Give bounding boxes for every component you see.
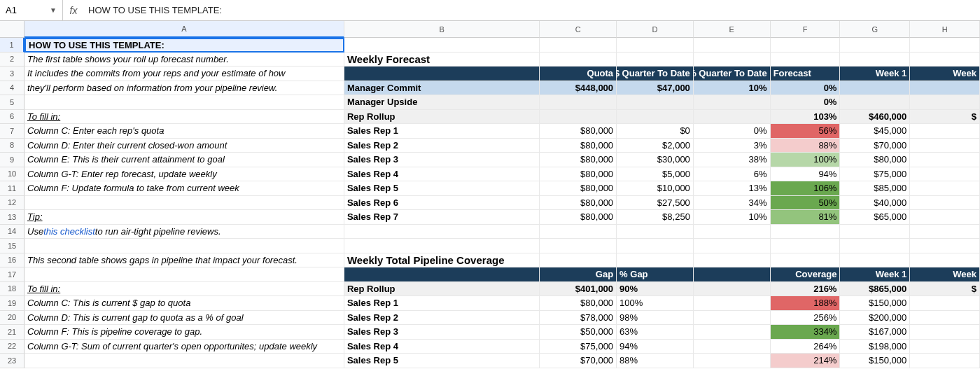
cell[interactable]: $80,000 [540,153,617,167]
cell[interactable] [694,53,771,67]
cell[interactable] [540,225,617,239]
row-header[interactable]: 17 [0,267,24,282]
cell[interactable]: Sales Rep 2 [344,139,540,153]
cell[interactable]: $80,000 [540,296,617,311]
cell[interactable]: $45,000 [840,124,910,139]
cell[interactable]: Column D: This is current gap to quota a… [24,311,344,326]
cell[interactable]: they'll perform based on information fro… [24,81,344,96]
cell[interactable] [840,53,910,67]
cell[interactable]: 264% [771,340,841,354]
cell[interactable]: Column C: Enter each rep's quota [24,124,344,139]
cell[interactable]: 214% [771,354,841,368]
cell[interactable]: $80,000 [540,210,617,225]
cell[interactable]: Weekly Total Pipeline Coverage [344,253,540,268]
cell[interactable]: Column C: This is current $ gap to quota [24,296,344,311]
cell[interactable]: 56% [771,124,841,139]
row-header[interactable]: 1 [0,38,24,53]
cell[interactable] [910,340,980,354]
cell[interactable] [910,81,980,96]
cell[interactable]: Rep Rollup [344,282,540,297]
cell[interactable] [694,282,771,297]
cell[interactable] [694,311,771,326]
cell[interactable]: $47,000 [617,81,694,96]
col-header-A[interactable]: A [24,21,344,38]
cell[interactable]: HOW TO USE THIS TEMPLATE: [24,38,344,53]
row-header[interactable]: 14 [0,225,24,239]
row-header[interactable]: 6 [0,110,24,125]
cell[interactable]: $200,000 [840,311,910,326]
cell[interactable]: 6% [694,167,771,182]
row-header[interactable]: 21 [0,325,24,340]
cell[interactable]: $65,000 [840,210,910,225]
cell[interactable] [540,239,617,253]
cell[interactable] [910,225,980,239]
cell[interactable] [694,239,771,253]
cell[interactable]: 103% [771,110,841,125]
cell[interactable] [910,196,980,211]
cell[interactable]: 0% [694,124,771,139]
checklist-link[interactable]: this checklist [43,226,95,237]
cell[interactable]: % Quarter To Date [694,67,771,81]
cell[interactable] [910,95,980,110]
row-header[interactable]: 16 [0,253,24,268]
cell[interactable] [910,167,980,182]
cell[interactable]: $75,000 [840,167,910,182]
cell[interactable]: $198,000 [840,340,910,354]
row-header[interactable]: 15 [0,239,24,253]
cell[interactable] [910,181,980,196]
cell[interactable] [540,110,617,125]
cell[interactable]: 106% [771,181,841,196]
row-header[interactable]: 9 [0,153,24,167]
col-header-G[interactable]: G [840,21,910,38]
cell[interactable] [910,53,980,67]
cell[interactable]: Weekly Forecast [344,53,540,67]
cell[interactable] [910,153,980,167]
col-header-H[interactable]: H [910,21,980,38]
cell[interactable]: $85,000 [840,181,910,196]
cell[interactable]: $865,000 [840,282,910,297]
cell[interactable]: 94% [771,167,841,182]
cell[interactable]: 63% [617,325,694,340]
cell[interactable]: This second table shows gaps in pipeline… [24,253,344,268]
cell[interactable] [540,38,617,53]
cell[interactable]: Column G-T: Enter rep forecast, update w… [24,167,344,182]
cell[interactable]: 3% [694,139,771,153]
cell[interactable]: Gap [540,267,617,282]
cell[interactable]: Sales Rep 3 [344,325,540,340]
cell[interactable]: $150,000 [840,296,910,311]
cell[interactable]: 100% [617,296,694,311]
cell[interactable]: 100% [771,153,841,167]
cell[interactable] [910,253,980,268]
col-header-F[interactable]: F [771,21,841,38]
cell[interactable]: Sales Rep 4 [344,167,540,182]
cell[interactable] [771,253,841,268]
row-header[interactable]: 13 [0,210,24,225]
cell[interactable] [24,354,344,368]
row-header[interactable]: 22 [0,340,24,354]
cell[interactable] [540,253,617,268]
cell[interactable]: Manager Commit [344,81,540,96]
cell[interactable]: To fill in: [24,110,344,125]
cell[interactable] [694,267,771,282]
cell[interactable]: $50,000 [540,325,617,340]
cell[interactable]: Use this checklist to run air-tight pipe… [24,225,344,239]
cell[interactable]: 334% [771,325,841,340]
cell[interactable] [840,253,910,268]
cell[interactable]: Week 1 [840,67,910,81]
cell[interactable]: $80,000 [540,196,617,211]
name-box-dropdown-icon[interactable]: ▼ [50,6,57,14]
cell[interactable]: Sales Rep 1 [344,124,540,139]
cell[interactable]: $448,000 [540,81,617,96]
cell[interactable]: Sales Rep 7 [344,210,540,225]
cell[interactable] [771,225,841,239]
row-header[interactable]: 7 [0,124,24,139]
cell[interactable]: Forecast [771,67,841,81]
select-all-corner[interactable] [0,21,24,38]
cell[interactable] [617,239,694,253]
cell[interactable]: $70,000 [540,354,617,368]
cell[interactable]: $80,000 [540,181,617,196]
cell[interactable]: 94% [617,340,694,354]
cell[interactable]: $5,000 [617,167,694,182]
cell[interactable]: $ [910,282,980,297]
cell[interactable] [694,38,771,53]
